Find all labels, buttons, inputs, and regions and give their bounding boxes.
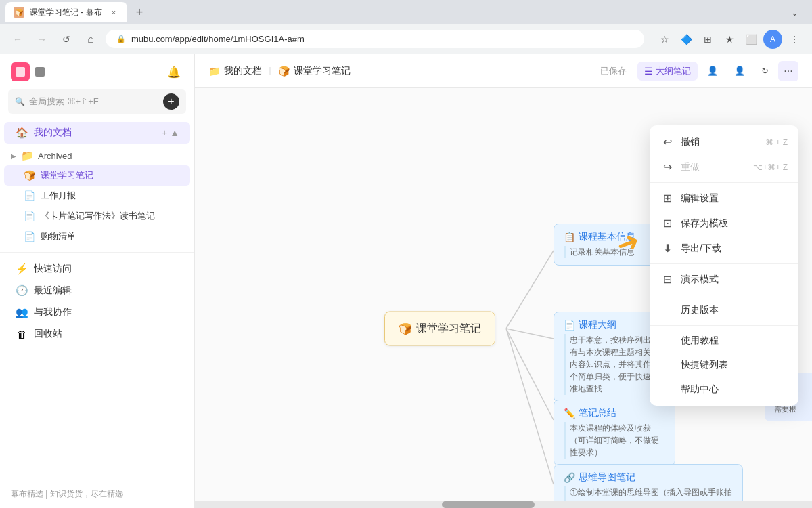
extension-btn3[interactable]: ★: [720, 30, 739, 49]
menu-item-label: 编辑设置: [681, 192, 788, 205]
nav-reload-button[interactable]: ↺: [57, 30, 76, 49]
summary-desc: 本次课程的体验及收获（可详细可简略，不做硬性要求）: [564, 422, 665, 459]
menu-item[interactable]: 使用教程: [650, 329, 798, 353]
new-tab-button[interactable]: +: [130, 3, 149, 22]
sidebar-item-trash[interactable]: 🗑 回收站: [4, 323, 190, 345]
menu-item[interactable]: 历史版本: [650, 298, 798, 322]
canvas-scrollbar[interactable]: [195, 501, 812, 508]
outline-node-icon: 📄: [564, 320, 575, 331]
menu-item[interactable]: ⊟演示模式: [650, 267, 798, 292]
app-logo: [11, 62, 30, 81]
menu-item[interactable]: ⬇导出/下载: [650, 236, 798, 261]
file-list: 📄工作月报📄《卡片笔记写作法》读书笔记📄购物清单: [0, 186, 194, 247]
file-label: 购物清单: [41, 230, 76, 242]
sidebar-file-item[interactable]: 📄工作月报: [4, 186, 190, 206]
collab-label: 与我协作: [34, 306, 72, 318]
canvas-scrollbar-thumb[interactable]: [442, 501, 535, 508]
toolbar-actions: ☰ 大纲笔记 👤 👤 ↻ ···: [637, 61, 798, 81]
profile-button[interactable]: A: [763, 30, 782, 49]
recent-label: 最近编辑: [34, 284, 72, 297]
svg-line-2: [506, 329, 554, 420]
quick-access-icon: ⚡: [15, 263, 28, 275]
svg-line-1: [506, 329, 554, 339]
active-tab[interactable]: 🍞 课堂学习笔记 - 幕布 ×: [5, 2, 127, 22]
nav-home-button[interactable]: ⌂: [81, 30, 100, 49]
menu-item-label: 导出/下载: [681, 242, 788, 255]
breadcrumb-separator: ｜: [266, 65, 274, 77]
app-container: 🔔 🔍 全局搜索 ⌘+⇧+F + 🏠 我的文档 + ▲ ▶ 📁 Archived: [0, 54, 812, 508]
menu-item-icon: ⊟: [660, 273, 674, 286]
sidebar-item-quick-access[interactable]: ⚡ 快速访问: [4, 258, 190, 280]
breadcrumb-my-docs[interactable]: 我的文档: [224, 65, 262, 77]
menu-button[interactable]: ⋮: [785, 30, 804, 49]
collab-icon2: 👤: [734, 66, 745, 76]
menu-item-label: 重做: [681, 161, 746, 173]
search-icon: 🔍: [15, 97, 25, 106]
mindmap-icon: 🔗: [564, 472, 575, 483]
nav-forward-button[interactable]: →: [32, 30, 51, 49]
sidebar-nav: 🏠 我的文档 + ▲: [0, 119, 194, 146]
notification-button[interactable]: 🔔: [164, 62, 183, 81]
summary-icon: ✏️: [564, 408, 575, 419]
expand-icon[interactable]: ▲: [170, 127, 179, 138]
top-toolbar: 📁 我的文档 ｜ 🍞 课堂学习笔记 已保存 ☰ 大纲笔记 👤 👤: [195, 54, 812, 88]
outline-icon: ☰: [644, 66, 653, 77]
sidebar-item-my-docs[interactable]: 🏠 我的文档 + ▲: [4, 122, 190, 144]
tab-close-button[interactable]: ×: [108, 7, 119, 18]
extension-btn1[interactable]: 🔷: [677, 30, 696, 49]
course-info-icon: 📋: [564, 232, 575, 242]
mind-map: 🍞 课堂学习笔记 📋 课程基本信息 记录相关基本信息 📄 课程大纲: [195, 88, 812, 501]
canvas-area[interactable]: 🍞 课堂学习笔记 📋 课程基本信息 记录相关基本信息 📄 课程大纲: [195, 88, 812, 501]
collab-icon1: 👤: [707, 66, 718, 76]
url-text: mubu.com/app/edit/home/1mHOSGI1A-a#m: [131, 34, 304, 44]
sidebar-item-collab[interactable]: 👥 与我协作: [4, 301, 190, 323]
bookmark-button[interactable]: ☆: [655, 30, 674, 49]
collab-btn1[interactable]: 👤: [700, 62, 725, 79]
current-file-label: 课堂学习笔记: [41, 169, 93, 182]
sidebar-item-recent[interactable]: 🕐 最近编辑: [4, 280, 190, 301]
current-file-item[interactable]: 🍞 课堂学习笔记: [4, 165, 190, 186]
trash-label: 回收站: [34, 328, 62, 340]
search-bar[interactable]: 🔍 全局搜索 ⌘+⇧+F +: [8, 89, 186, 114]
collab-btn2[interactable]: 👤: [727, 62, 752, 79]
dropdown-menu: ↩撤销⌘ + Z↪重做⌥+⌘+ Z⊞编辑设置⊡保存为模板⬇导出/下载⊟演示模式历…: [650, 125, 798, 406]
file-label: 工作月报: [41, 190, 76, 202]
central-label: 课堂学习笔记: [416, 322, 481, 336]
menu-item[interactable]: ⊞编辑设置: [650, 186, 798, 211]
tab-expand-button[interactable]: ⌄: [791, 7, 807, 18]
refresh-icon: ↻: [761, 66, 769, 76]
sidebar-file-item[interactable]: 📄购物清单: [4, 226, 190, 247]
recent-icon: 🕐: [15, 284, 28, 297]
node-mindmap-notes[interactable]: 🔗 思维导图笔记 ①绘制本堂课的思维导图（插入导图或手账拍照） ②以能够快速检索…: [554, 464, 743, 501]
url-bar[interactable]: 🔒 mubu.com/app/edit/home/1mHOSGI1A-a#m: [106, 30, 644, 48]
menu-item[interactable]: 快捷键列表: [650, 353, 798, 377]
svg-line-3: [506, 329, 554, 484]
more-button[interactable]: ···: [778, 61, 798, 81]
outline-button[interactable]: ☰ 大纲笔记: [637, 62, 698, 81]
nav-back-button[interactable]: ←: [8, 30, 27, 49]
node-summary[interactable]: ✏️ 笔记总结 本次课程的体验及收获（可详细可简略，不做硬性要求）: [554, 400, 675, 466]
refresh-button[interactable]: ↻: [754, 62, 775, 79]
menu-item-label: 历史版本: [681, 304, 788, 316]
trash-icon: 🗑: [15, 329, 28, 340]
menu-item-label: 快捷键列表: [681, 359, 788, 371]
archived-section[interactable]: ▶ 📁 Archived: [0, 146, 194, 165]
menu-item[interactable]: ↩撤销⌘ + Z: [650, 129, 798, 154]
central-node[interactable]: 🍞 课堂学习笔记: [384, 312, 495, 346]
window-btn[interactable]: ⬜: [742, 30, 761, 49]
lock-icon: 🔒: [116, 35, 126, 43]
menu-item[interactable]: ⊡保存为模板: [650, 211, 798, 236]
menu-item[interactable]: 帮助中心: [650, 377, 798, 402]
extension-btn2[interactable]: ⊞: [698, 30, 717, 49]
mindmap-desc: ①绘制本堂课的思维导图（插入导图或手账拍照） ②以能够快速检索查找，调动回顾起知…: [564, 486, 733, 501]
menu-divider: [650, 182, 798, 183]
my-docs-label: 我的文档: [34, 127, 72, 139]
sidebar: 🔔 🔍 全局搜索 ⌘+⇧+F + 🏠 我的文档 + ▲ ▶ 📁 Archived: [0, 54, 195, 508]
menu-divider: [650, 325, 798, 326]
more-icon: ···: [784, 65, 792, 77]
add-doc-icon[interactable]: +: [162, 127, 167, 138]
sidebar-file-item[interactable]: 📄《卡片笔记写作法》读书笔记: [4, 206, 190, 226]
current-file-icon: 🍞: [23, 170, 35, 181]
add-document-button[interactable]: +: [163, 93, 179, 110]
tab-favicon: 🍞: [14, 7, 24, 18]
